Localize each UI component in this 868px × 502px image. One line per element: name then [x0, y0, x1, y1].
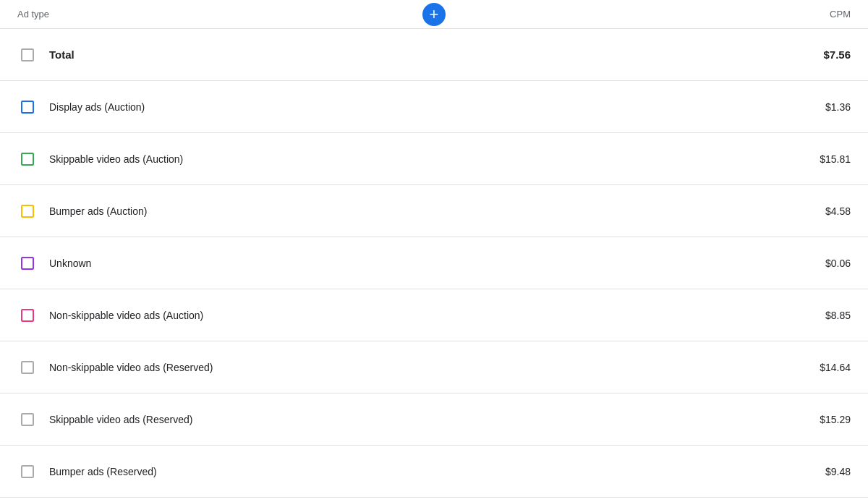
table-row: Bumper ads (Auction) $4.58	[0, 185, 868, 237]
table-row: Non-skippable video ads (Reserved) $14.6…	[0, 341, 868, 393]
cpm-column-header: CPM	[706, 9, 851, 20]
ad-type-table: Ad type + CPM Total $7.56 Display ads (A…	[0, 0, 868, 502]
row-left-unknown: Unknown	[17, 253, 706, 273]
table-row: Total $7.56	[0, 29, 868, 81]
row-left-non-skippable-video-reserved: Non-skippable video ads (Reserved)	[17, 357, 706, 378]
row-left-non-skippable-video-auction: Non-skippable video ads (Auction)	[17, 305, 706, 326]
row-cpm-total: $7.56	[706, 48, 851, 61]
row-cpm-non-skippable-video-auction: $8.85	[706, 310, 851, 321]
table-row: Skippable video ads (Reserved) $15.29	[0, 393, 868, 446]
checkbox-skippable-video-reserved[interactable]	[21, 413, 34, 426]
checkbox-wrapper-non-skippable-video-reserved	[17, 357, 38, 378]
checkbox-non-skippable-video-auction[interactable]	[21, 309, 34, 322]
row-cpm-unknown: $0.06	[706, 258, 851, 269]
table-row: Non-skippable video ads (Auction) $8.85	[0, 289, 868, 341]
row-cpm-bumper-auction: $4.58	[706, 205, 851, 217]
row-cpm-skippable-video-reserved: $15.29	[706, 414, 851, 425]
row-label-skippable-video-auction: Skippable video ads (Auction)	[49, 153, 183, 165]
checkbox-display-auction[interactable]	[21, 101, 34, 114]
checkbox-wrapper-display-auction	[17, 97, 38, 117]
row-cpm-display-auction: $1.36	[706, 101, 851, 113]
checkbox-wrapper-bumper-reserved	[17, 461, 38, 482]
checkbox-wrapper-non-skippable-video-auction	[17, 305, 38, 326]
row-label-bumper-reserved: Bumper ads (Reserved)	[49, 466, 157, 477]
table-row: Skippable video ads (Auction) $15.81	[0, 133, 868, 185]
table-row: Display ads (Auction) $1.36	[0, 81, 868, 133]
row-left-total: Total	[17, 45, 706, 65]
checkbox-bumper-auction[interactable]	[21, 205, 34, 218]
row-label-unknown: Unknown	[49, 258, 91, 269]
checkbox-wrapper-total	[17, 45, 38, 65]
row-label-non-skippable-video-reserved: Non-skippable video ads (Reserved)	[49, 362, 213, 373]
checkbox-wrapper-skippable-video-auction	[17, 149, 38, 169]
row-left-bumper-reserved: Bumper ads (Reserved)	[17, 461, 706, 482]
row-label-total: Total	[49, 48, 75, 61]
checkbox-wrapper-unknown	[17, 253, 38, 273]
checkbox-wrapper-skippable-video-reserved	[17, 409, 38, 430]
row-cpm-skippable-video-auction: $15.81	[706, 153, 851, 165]
row-cpm-non-skippable-video-reserved: $14.64	[706, 362, 851, 373]
row-left-skippable-video-reserved: Skippable video ads (Reserved)	[17, 409, 706, 430]
table-header: Ad type + CPM	[0, 0, 868, 29]
row-label-display-auction: Display ads (Auction)	[49, 101, 145, 113]
checkbox-non-skippable-video-reserved[interactable]	[21, 361, 34, 374]
table-row: Unknown $0.06	[0, 237, 868, 289]
table-body: Total $7.56 Display ads (Auction) $1.36 …	[0, 29, 868, 498]
checkbox-wrapper-bumper-auction	[17, 201, 38, 221]
row-label-bumper-auction: Bumper ads (Auction)	[49, 205, 147, 217]
row-label-non-skippable-video-auction: Non-skippable video ads (Auction)	[49, 310, 203, 321]
row-label-skippable-video-reserved: Skippable video ads (Reserved)	[49, 414, 192, 425]
row-left-display-auction: Display ads (Auction)	[17, 97, 706, 117]
checkbox-skippable-video-auction[interactable]	[21, 153, 34, 166]
checkbox-unknown[interactable]	[21, 257, 34, 270]
checkbox-total[interactable]	[21, 48, 34, 61]
table-row: Bumper ads (Reserved) $9.48	[0, 446, 868, 498]
add-button[interactable]: +	[422, 3, 446, 26]
ad-type-column-header: Ad type	[17, 9, 706, 20]
row-cpm-bumper-reserved: $9.48	[706, 466, 851, 477]
row-left-bumper-auction: Bumper ads (Auction)	[17, 201, 706, 221]
row-left-skippable-video-auction: Skippable video ads (Auction)	[17, 149, 706, 169]
checkbox-bumper-reserved[interactable]	[21, 465, 34, 478]
